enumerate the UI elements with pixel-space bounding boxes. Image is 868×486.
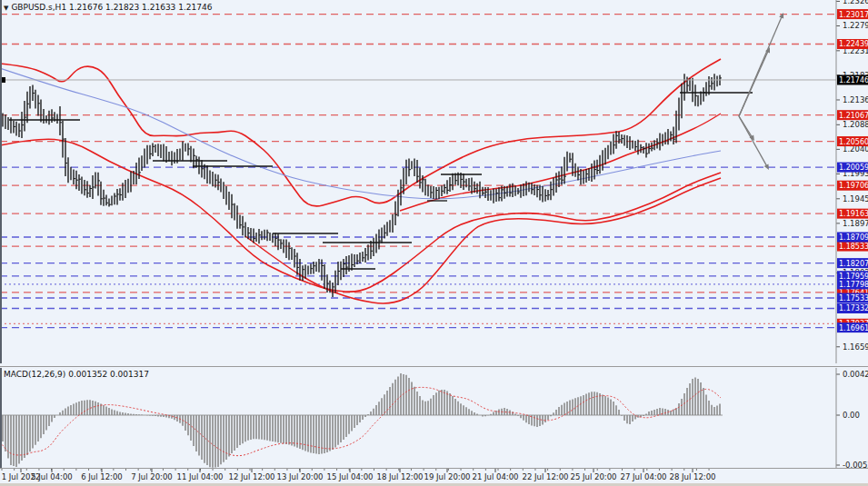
price-level-label: 1.17533 <box>837 293 868 303</box>
macd-histogram[interactable] <box>0 373 720 468</box>
price-tick-label: 1.23265 <box>843 0 868 5</box>
time-label: 11 Jul 04:00 <box>177 472 224 481</box>
pane-separator[interactable] <box>0 366 868 367</box>
price-level-label-text: 1.19706 <box>839 182 868 190</box>
price-level-label-text: 1.17959 <box>839 273 868 281</box>
price-level-label: 1.22439 <box>837 39 868 49</box>
price-level-label-text: 1.18533 <box>839 243 868 251</box>
bollinger-upper-line[interactable] <box>0 59 721 206</box>
time-label: 15 Jul 04:00 <box>327 472 374 481</box>
price-level-label: 1.16961 <box>837 322 868 332</box>
price-level-label: 1.20059 <box>837 163 868 173</box>
main-price-pane[interactable]: 1.232651.227901.223101.218351.213601.208… <box>0 0 868 363</box>
price-level-label-text: 1.20059 <box>839 164 868 172</box>
macd-scale-label: -0.005202 <box>843 461 868 468</box>
macd-left-border <box>0 368 2 468</box>
time-label: 25 Jul 20:00 <box>571 472 617 481</box>
price-level-label: 1.21067 <box>837 110 868 120</box>
moving-average-blue-line[interactable] <box>0 68 721 199</box>
time-label: 27 Jul 04:00 <box>621 472 667 481</box>
price-level-label: 1.19706 <box>837 181 868 191</box>
price-tick-label: 1.18975 <box>843 219 868 228</box>
price-level-label-text: 1.22439 <box>839 40 868 48</box>
price-level-label: 1.20560 <box>837 136 868 146</box>
price-level-label-text: 1.17533 <box>839 294 868 303</box>
price-level-label-text: 1.16961 <box>839 324 868 332</box>
current-price-label-text: 1.21746 <box>839 76 868 84</box>
time-label: 12 Jul 12:00 <box>229 472 275 481</box>
price-level-label: 1.18533 <box>837 242 868 252</box>
time-label: 18 Jul 12:00 <box>377 472 424 481</box>
time-label: 21 Jul 04:00 <box>473 472 519 481</box>
price-level-label-text: 1.19163 <box>839 210 868 218</box>
price-tick-label: 1.22790 <box>843 21 868 30</box>
price-level-label-text: 1.18709 <box>839 233 868 242</box>
time-axis[interactable]: 1 Jul 20225 Jul 04:006 Jul 12:007 Jul 20… <box>0 469 868 483</box>
current-price-label: 1.21746 <box>837 74 868 84</box>
price-level-label-text: 1.17798 <box>839 281 868 289</box>
price-level-label: 1.17798 <box>837 279 868 289</box>
time-label: 28 Jul 12:00 <box>670 472 716 481</box>
price-level-label: 1.17332 <box>837 303 868 313</box>
price-level-label-text: 1.21067 <box>839 112 868 120</box>
bollinger-middle-line[interactable] <box>400 114 721 211</box>
macd-scale-label: 0.00427 <box>843 370 868 379</box>
time-label: 7 Jul 20:00 <box>131 472 173 481</box>
time-label: 22 Jul 12:00 <box>523 472 569 481</box>
chart-window: 1.232651.227901.223101.218351.213601.208… <box>0 0 868 486</box>
time-label: 6 Jul 12:00 <box>81 472 123 481</box>
price-level-label-text: 1.18207 <box>839 260 868 268</box>
trend-arrow-line[interactable] <box>739 17 782 116</box>
price-level-label: 1.19163 <box>837 209 868 219</box>
price-level-label-text: 1.23017 <box>839 11 868 19</box>
price-tick-label: 1.20880 <box>843 120 868 129</box>
dropdown-arrow-icon[interactable]: ▼ <box>4 5 8 12</box>
price-level-label: 1.23017 <box>837 9 868 19</box>
pane-left-border <box>0 0 2 363</box>
macd-indicator-label: MACD(12,26,9) 0.001352 0.001317 <box>4 370 149 379</box>
macd-scale-label: 0.00 <box>843 411 860 420</box>
price-tick-label: 1.16590 <box>843 342 868 352</box>
symbol-ohlc-title: GBPUSD.s,H1 1.21676 1.21823 1.21633 1.21… <box>11 3 212 12</box>
macd-pane[interactable]: 0.004270.00-0.005202 <box>0 368 868 468</box>
price-level-label-text: 1.20560 <box>839 138 868 146</box>
chart-title: ▼GBPUSD.s,H1 1.21676 1.21823 1.21633 1.2… <box>4 3 212 12</box>
price-level-label: 1.18709 <box>837 233 868 243</box>
time-label: 19 Jul 20:00 <box>424 472 471 481</box>
price-tick-label: 1.19450 <box>843 194 868 203</box>
price-level-label-text: 1.17332 <box>839 304 868 312</box>
price-level-label: 1.18207 <box>837 258 868 268</box>
price-tick-label: 1.21360 <box>843 95 868 104</box>
time-label: 13 Jul 20:00 <box>277 472 324 481</box>
time-label: 5 Jul 04:00 <box>31 472 73 481</box>
